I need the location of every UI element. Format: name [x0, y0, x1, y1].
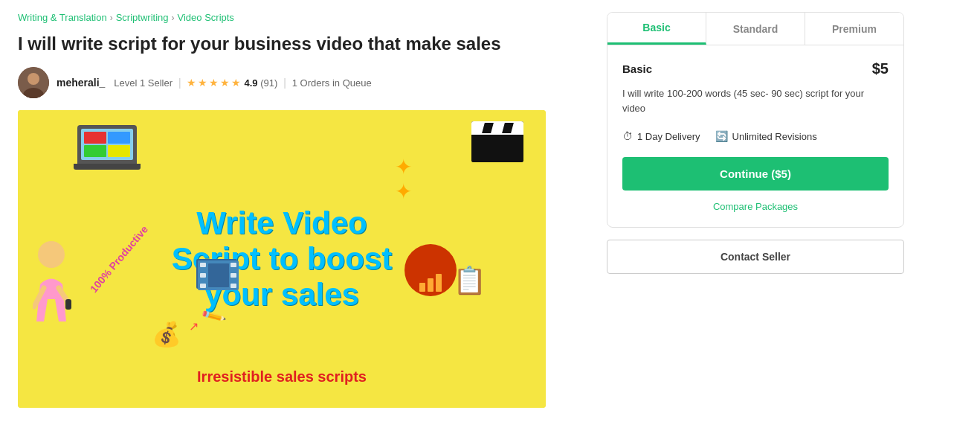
revisions-label: Unlimited Revisions: [732, 131, 817, 142]
contact-seller-button[interactable]: Contact Seller: [607, 240, 904, 274]
review-count-val: (91): [260, 77, 277, 89]
film-strip-icon: [196, 259, 237, 289]
avatar: [18, 67, 49, 98]
seller-level: Level 1 Seller: [114, 77, 173, 89]
breadcrumb-scriptwriting[interactable]: Scriptwriting: [116, 12, 169, 23]
breadcrumb: Writing & Translation › Scriptwriting › …: [18, 12, 583, 23]
svg-rect-11: [231, 263, 236, 267]
clipboard-icon: 📋: [453, 265, 486, 296]
svg-rect-10: [200, 284, 206, 288]
breadcrumb-writing[interactable]: Writing & Translation: [18, 12, 107, 23]
svg-rect-8: [200, 263, 206, 267]
svg-rect-14: [208, 263, 229, 287]
svg-rect-9: [200, 273, 206, 278]
star-5: ★: [231, 77, 241, 89]
star-3: ★: [209, 77, 219, 89]
star-1: ★: [187, 77, 196, 89]
refresh-icon: 🔄: [715, 130, 728, 142]
chart-circle-icon: [404, 244, 457, 296]
tab-standard[interactable]: Standard: [706, 13, 805, 45]
tab-basic[interactable]: Basic: [607, 13, 706, 45]
rating-value: 4.9: [244, 77, 257, 89]
package-name: Basic: [622, 63, 652, 75]
seller-info: meherali_ Level 1 Seller | ★ ★ ★ ★ ★ 4.9…: [18, 67, 583, 98]
orders-in-queue: 1 Orders in Queue: [292, 77, 372, 89]
package-header: Basic $5: [622, 60, 889, 77]
seller-meta: meherali_ Level 1 Seller | ★ ★ ★ ★ ★ 4.9…: [57, 77, 372, 89]
svg-rect-12: [231, 273, 236, 278]
package-price: $5: [872, 60, 889, 77]
seller-name[interactable]: meherali_: [57, 77, 105, 89]
money-bag-icon: 💰: [152, 320, 181, 348]
package-card: Basic Standard Premium Basic $5 I will w…: [607, 12, 904, 228]
gig-sub-text: Irresistible sales scripts: [197, 368, 367, 385]
gig-title: I will write script for your business vi…: [18, 32, 583, 55]
compare-packages-link[interactable]: Compare Packages: [622, 201, 889, 212]
woman-figure-icon: [33, 240, 92, 348]
revisions-meta: 🔄 Unlimited Revisions: [715, 130, 817, 142]
package-meta: ⏱ 1 Day Delivery 🔄 Unlimited Revisions: [622, 130, 889, 142]
continue-button[interactable]: Continue ($5): [622, 157, 889, 191]
sparkles-icon: ✦✦: [395, 155, 412, 204]
svg-point-1: [28, 73, 39, 85]
tab-premium[interactable]: Premium: [805, 13, 903, 45]
package-description: I will write 100-200 words (45 sec- 90 s…: [622, 86, 889, 115]
clock-icon: ⏱: [622, 130, 633, 142]
breadcrumb-sep-2: ›: [172, 13, 175, 23]
svg-rect-6: [65, 299, 71, 310]
arrow-up-icon: ↗: [189, 319, 199, 333]
delivery-label: 1 Day Delivery: [637, 131, 700, 142]
breadcrumb-video-scripts[interactable]: Video Scripts: [178, 12, 234, 23]
star-4: ★: [220, 77, 230, 89]
package-body: Basic $5 I will write 100-200 words (45 …: [607, 45, 903, 227]
delivery-meta: ⏱ 1 Day Delivery: [622, 130, 700, 142]
star-2: ★: [198, 77, 207, 89]
svg-rect-13: [231, 284, 236, 288]
svg-point-3: [38, 241, 65, 268]
rating-stars: ★ ★ ★ ★ ★ 4.9: [187, 77, 257, 89]
breadcrumb-sep-1: ›: [110, 13, 113, 23]
package-tabs: Basic Standard Premium: [607, 13, 903, 45]
gig-image: Write Video Script to boost your sales ✦…: [18, 110, 546, 408]
clapboard-icon: [471, 121, 523, 162]
laptop-icon: [77, 125, 141, 170]
